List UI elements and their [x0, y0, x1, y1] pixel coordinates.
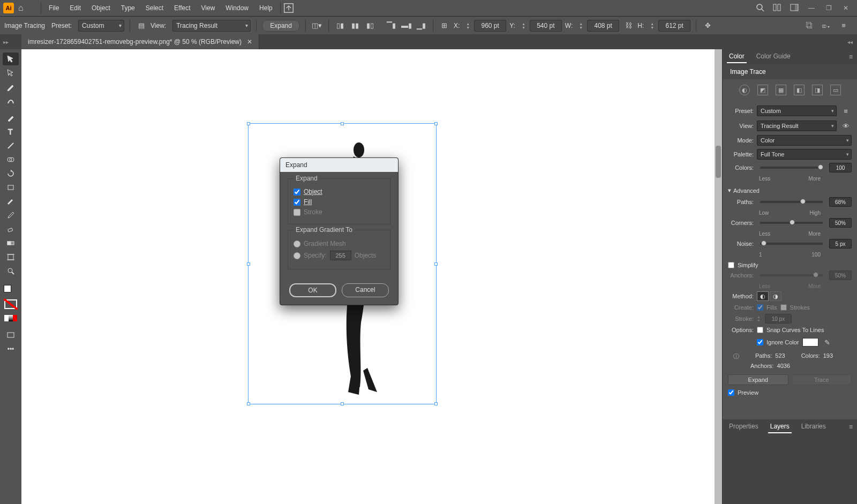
pen-tool[interactable]	[3, 80, 19, 93]
expand-button[interactable]: Expand	[262, 20, 300, 32]
it-colors-slider[interactable]	[760, 167, 823, 169]
menu-file[interactable]: File	[43, 0, 64, 16]
color-mode-swatch[interactable]	[3, 312, 19, 325]
x-input[interactable]: 960 pt	[474, 20, 506, 32]
workspace-icon[interactable]	[790, 3, 799, 13]
align-top-icon[interactable]: ▔▮	[386, 20, 397, 32]
home-icon[interactable]: ⌂	[18, 3, 29, 13]
align-bottom-icon[interactable]: ▁▮	[416, 20, 427, 32]
menu-object[interactable]: Object	[86, 0, 116, 16]
dialog-cancel-button[interactable]: Cancel	[342, 283, 389, 297]
rectangle-tool[interactable]	[3, 181, 19, 194]
trace-panel-toggle-icon[interactable]: ▤	[136, 20, 147, 32]
menu-type[interactable]: Type	[116, 0, 140, 16]
document-tab-close-icon[interactable]: ✕	[247, 38, 252, 46]
controlbar-menu-icon[interactable]: ≡	[838, 20, 850, 32]
artboard-tool[interactable]	[3, 251, 19, 264]
it-palette-select[interactable]: Full Tone	[757, 149, 852, 160]
it-corners-value[interactable]: 50%	[829, 218, 852, 228]
preset-photo-icon[interactable]: ◩	[757, 85, 768, 95]
toolbar-collapse-icon[interactable]: ▸▸	[0, 34, 21, 49]
type-tool[interactable]: T	[3, 125, 19, 138]
it-noise-slider[interactable]	[760, 243, 823, 245]
eyedropper-tool[interactable]	[3, 209, 19, 222]
it-colors-value[interactable]: 100	[829, 163, 852, 172]
expand-object-checkbox[interactable]	[294, 189, 300, 195]
distribute-icon[interactable]: ⎄▾	[821, 20, 832, 32]
color-panel-menu-icon[interactable]: ≡	[849, 53, 853, 61]
selection-tool[interactable]	[3, 52, 19, 65]
it-view-select[interactable]: Tracing Result	[757, 121, 837, 131]
it-corners-slider[interactable]	[760, 222, 823, 224]
preset-bw-icon[interactable]: ◨	[812, 85, 823, 95]
preset-outline-icon[interactable]: ▭	[830, 85, 841, 95]
rotate-tool[interactable]	[3, 167, 19, 180]
align-to-icon[interactable]: ⿻	[803, 20, 815, 32]
window-close[interactable]: ✕	[841, 4, 851, 12]
preset-low-icon[interactable]: ▦	[776, 85, 786, 95]
preset-gray-icon[interactable]: ◧	[794, 85, 805, 95]
preset-select[interactable]: Custom	[78, 20, 124, 32]
h-input[interactable]: 612 pt	[658, 20, 690, 32]
preset-auto-icon[interactable]: ◐	[739, 85, 750, 95]
screen-mode-tool[interactable]	[3, 329, 19, 342]
stroke-display[interactable]	[3, 298, 19, 311]
transform-icon[interactable]: ◫▾	[311, 20, 323, 32]
tab-image-trace[interactable]: Image Trace	[728, 66, 768, 78]
line-tool[interactable]	[3, 139, 19, 152]
tab-libraries[interactable]: Libraries	[799, 420, 828, 433]
menu-select[interactable]: Select	[140, 0, 169, 16]
view-select[interactable]: Tracing Result	[172, 20, 251, 32]
it-preset-menu-icon[interactable]: ≡	[840, 105, 852, 117]
gradient-tool[interactable]	[3, 237, 19, 250]
it-paths-slider[interactable]	[760, 201, 823, 203]
ignore-color-eyedropper-icon[interactable]: ✎	[822, 336, 833, 348]
vertical-scrollbar[interactable]	[715, 49, 722, 504]
tab-color-guide[interactable]: Color Guide	[754, 50, 793, 63]
align-center-icon[interactable]: ▮▮	[349, 20, 361, 32]
align-middle-icon[interactable]: ▬▮	[401, 20, 412, 32]
align-left-icon[interactable]: ▯▮	[334, 20, 346, 32]
curvature-tool[interactable]	[3, 94, 19, 107]
bottom-panel-menu-icon[interactable]: ≡	[849, 423, 853, 431]
menu-view[interactable]: View	[196, 0, 221, 16]
reference-point-icon[interactable]: ⊞	[439, 20, 450, 32]
simplify-checkbox[interactable]	[728, 262, 734, 268]
menu-effect[interactable]: Effect	[169, 0, 196, 16]
it-preset-select[interactable]: Custom	[757, 106, 837, 116]
shape-builder-tool[interactable]	[3, 153, 19, 166]
eraser-tool[interactable]	[3, 223, 19, 236]
advanced-toggle[interactable]: ▾ Advanced	[728, 187, 852, 194]
tab-layers[interactable]: Layers	[768, 420, 792, 433]
panel-expand-button[interactable]: Expand	[728, 374, 788, 385]
edit-toolbar-icon[interactable]: •••	[3, 343, 19, 356]
isolate-icon[interactable]: ✥	[702, 20, 713, 32]
tab-color[interactable]: Color	[727, 50, 747, 63]
fill-stroke-control[interactable]	[3, 284, 19, 297]
y-spinner[interactable]: ▲▼	[522, 22, 525, 29]
y-input[interactable]: 540 pt	[530, 20, 562, 32]
arrange-icon[interactable]	[772, 3, 782, 13]
expand-fill-checkbox[interactable]	[294, 199, 300, 206]
zoom-tool[interactable]	[3, 265, 19, 277]
it-paths-value[interactable]: 68%	[829, 197, 852, 207]
align-right-icon[interactable]: ▮▯	[364, 20, 376, 32]
menu-help[interactable]: Help	[254, 0, 278, 16]
tab-properties[interactable]: Properties	[727, 420, 761, 433]
w-spinner[interactable]: ▲▼	[579, 22, 583, 29]
h-spinner[interactable]: ▲▼	[650, 22, 654, 29]
ignore-color-swatch[interactable]	[802, 338, 818, 347]
it-view-eye-icon[interactable]: 👁	[840, 120, 852, 132]
w-input[interactable]: 408 pt	[587, 20, 619, 32]
brush-tool[interactable]	[3, 111, 19, 124]
menu-window[interactable]: Window	[220, 0, 254, 16]
snap-curves-checkbox[interactable]	[757, 327, 763, 333]
search-icon[interactable]	[755, 3, 765, 13]
menu-edit[interactable]: Edit	[64, 0, 86, 16]
link-wh-icon[interactable]: ⛓	[622, 20, 634, 32]
method-overlap-icon[interactable]: ◑	[770, 291, 781, 301]
it-noise-value[interactable]: 5 px	[829, 239, 852, 249]
panels-collapse-icon[interactable]: ◂◂	[847, 34, 857, 49]
x-spinner[interactable]: ▲▼	[466, 22, 470, 29]
dialog-ok-button[interactable]: OK	[289, 283, 336, 297]
